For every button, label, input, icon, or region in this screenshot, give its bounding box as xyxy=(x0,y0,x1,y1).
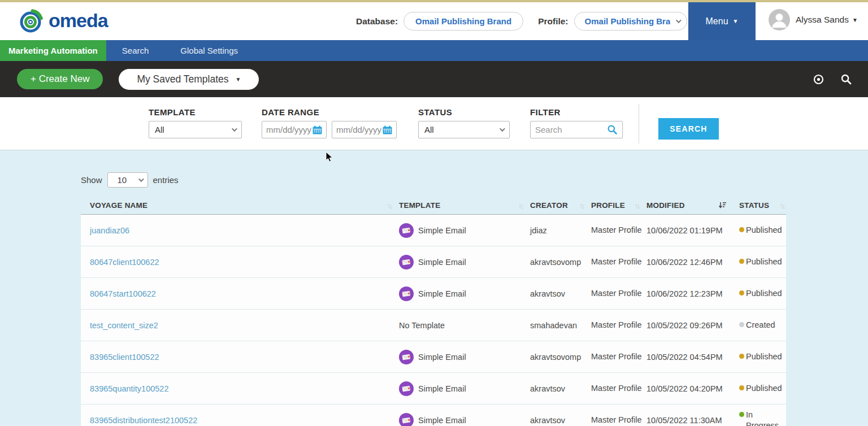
profile-cell: Master Profile xyxy=(591,225,646,236)
voyage-link[interactable]: 83965distributiontest2100522 xyxy=(90,416,197,425)
status-cell: Published xyxy=(735,383,786,394)
date-range-inputs: mm/dd/yyyy mm/dd/yyyy xyxy=(262,121,397,138)
modified-cell: 10/05/2022 04:54PM xyxy=(646,353,735,362)
status-filter-value: All xyxy=(424,125,434,134)
voyage-link[interactable]: 80647client100622 xyxy=(90,258,159,267)
magnifier-icon[interactable] xyxy=(607,124,618,135)
voyages-table: VOYAGE NAME↑↓TEMPLATE↑↓CREATOR↑↓PROFILE↑… xyxy=(81,196,786,426)
create-new-button[interactable]: + Create New xyxy=(17,69,103,89)
voyage-link[interactable]: 83965client100522 xyxy=(90,353,159,362)
voyage-link[interactable]: 83965quantity100522 xyxy=(90,384,169,393)
calendar-icon[interactable] xyxy=(383,125,392,134)
template-cell: Simple Email xyxy=(399,413,530,426)
sort-arrows-icon[interactable]: ↑↓ xyxy=(635,201,639,210)
menu-button[interactable]: Menu ▼ xyxy=(688,2,756,40)
template-cell: Simple Email xyxy=(399,223,530,238)
envelope-icon xyxy=(399,255,414,269)
target-icon[interactable] xyxy=(813,73,824,85)
voyage-name-cell: 80647start100622 xyxy=(81,289,399,298)
table-row: 83965quantity100522Simple Emailakravtsov… xyxy=(81,373,786,405)
profile-label: Profile: xyxy=(538,16,568,27)
template-cell: No Template xyxy=(399,321,530,330)
nav-tabs: Marketing AutomationSearchGlobal Setting… xyxy=(0,40,868,61)
status-dot xyxy=(739,227,744,232)
column-label: STATUS xyxy=(739,201,769,210)
status-dot xyxy=(739,354,744,359)
chevron-down-icon: ▼ xyxy=(236,76,241,82)
status-cell: Published xyxy=(735,351,786,362)
search-icon[interactable] xyxy=(840,73,852,85)
status-dot xyxy=(739,385,744,390)
template-label: Simple Email xyxy=(418,353,466,362)
column-header-status[interactable]: STATUS↑↓ xyxy=(735,201,786,210)
sort-arrows-icon[interactable]: ↑↓ xyxy=(780,201,784,210)
end-date-input[interactable]: mm/dd/yyyy xyxy=(332,121,397,138)
saved-templates-dropdown[interactable]: My Saved Templates ▼ xyxy=(119,69,259,90)
creator-cell: jdiaz xyxy=(530,226,591,235)
column-header-voyage-name[interactable]: VOYAGE NAME↑↓ xyxy=(81,201,399,210)
page-size-select[interactable]: 10 xyxy=(107,172,148,188)
profile-cell: Master Profile xyxy=(591,351,646,363)
template-filter-select[interactable]: All xyxy=(149,121,242,138)
status-dot xyxy=(739,290,744,295)
template-cell: Simple Email xyxy=(399,350,530,364)
filter-search-input[interactable]: Search xyxy=(530,121,623,138)
database-pill[interactable]: Omail Publishing Brand xyxy=(403,12,523,31)
brand-name: omeda xyxy=(49,10,108,32)
column-header-profile[interactable]: PROFILE↑↓ xyxy=(591,201,646,210)
status-label: Published xyxy=(746,257,782,267)
end-date-placeholder: mm/dd/yyyy xyxy=(336,125,381,134)
column-header-modified[interactable]: MODIFIED xyxy=(646,201,735,210)
template-cell: Simple Email xyxy=(399,286,530,301)
profile-cell: Master Profile xyxy=(591,288,646,299)
nav-tab-global-settings[interactable]: Global Settings xyxy=(164,40,254,61)
status-filter-select[interactable]: All xyxy=(418,121,510,138)
calendar-icon[interactable] xyxy=(313,125,322,134)
user-avatar-icon xyxy=(769,9,790,31)
column-label: PROFILE xyxy=(591,201,625,210)
sort-desc-icon[interactable] xyxy=(718,202,727,209)
start-date-input[interactable]: mm/dd/yyyy xyxy=(262,121,327,138)
table-row: test_content_size2No TemplatesmahadevanM… xyxy=(81,310,786,341)
status-dot xyxy=(739,259,744,264)
nav-tab-search[interactable]: Search xyxy=(106,40,165,61)
profile-dropdown[interactable]: Omail Publishing Bran xyxy=(574,12,687,31)
envelope-icon xyxy=(399,286,414,301)
template-filter-label: TEMPLATE xyxy=(149,107,242,117)
page-size-value: 10 xyxy=(118,175,127,185)
table-row: 83965distributiontest2100522Simple Email… xyxy=(81,405,786,426)
search-button[interactable]: SEARCH xyxy=(658,118,719,140)
chevron-down-icon xyxy=(232,126,237,132)
page-size-control: Show 10 entries xyxy=(81,172,179,188)
nav-tab-marketing-automation[interactable]: Marketing Automation xyxy=(0,40,106,61)
sort-arrows-icon[interactable]: ↑↓ xyxy=(387,201,391,210)
column-label: CREATOR xyxy=(530,201,568,210)
column-header-template[interactable]: TEMPLATE↑↓ xyxy=(399,201,530,210)
template-label: Simple Email xyxy=(418,226,466,235)
omeda-logo[interactable]: omeda xyxy=(17,7,108,34)
status-label: Published xyxy=(746,351,782,362)
modified-cell: 10/05/2022 11:30AM xyxy=(646,416,735,425)
status-cell: Published xyxy=(735,225,786,236)
table-row: 80647client100622Simple Emailakravtsovom… xyxy=(81,246,786,278)
voyage-name-cell: 83965client100522 xyxy=(81,353,399,362)
sort-arrows-icon[interactable]: ↑↓ xyxy=(518,201,522,210)
user-menu[interactable]: Alyssa Sands ▼ xyxy=(769,9,858,31)
table-row: 83965client100522Simple Emailakravtsovom… xyxy=(81,341,786,373)
modified-cell: 10/05/2022 04:20PM xyxy=(646,384,735,393)
status-cell: Published xyxy=(735,257,786,267)
status-cell: Created xyxy=(735,320,786,331)
status-filter-label: STATUS xyxy=(418,107,510,117)
sort-arrows-icon[interactable]: ↑↓ xyxy=(579,201,583,210)
voyage-name-cell: 80647client100622 xyxy=(81,258,399,267)
user-name: Alyssa Sands xyxy=(796,15,849,25)
voyage-link[interactable]: test_content_size2 xyxy=(90,321,158,330)
template-label: No Template xyxy=(399,321,445,330)
column-label: MODIFIED xyxy=(646,201,685,210)
chevron-down-icon: ▼ xyxy=(852,17,858,23)
creator-cell: akravtsovomp xyxy=(530,353,591,362)
template-cell: Simple Email xyxy=(399,381,530,396)
column-header-creator[interactable]: CREATOR↑↓ xyxy=(530,201,591,210)
voyage-link[interactable]: juandiaz06 xyxy=(90,226,129,235)
voyage-link[interactable]: 80647start100622 xyxy=(90,289,156,298)
